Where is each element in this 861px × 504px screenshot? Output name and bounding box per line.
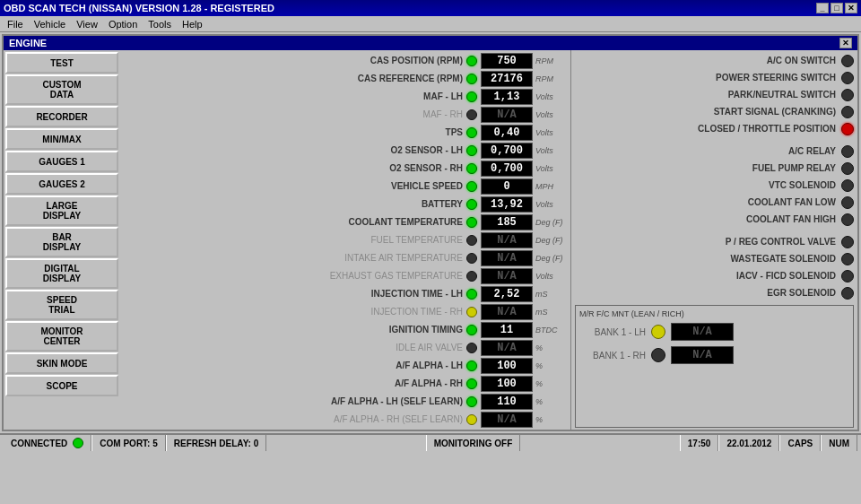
title-bar: OBD SCAN TECH (NISSAN) VERSION 1.28 - RE… [0, 0, 861, 16]
right-data-label: A/C ON SWITCH [575, 56, 841, 65]
sidebar-btn-test[interactable]: TEST [5, 52, 118, 74]
data-label: COOLANT TEMPERATURE [124, 217, 466, 227]
data-value: 0,700 [481, 143, 533, 159]
maximize-btn[interactable]: □ [831, 3, 843, 13]
engine-close-btn[interactable]: ✕ [839, 38, 852, 48]
status-num: NUM [821, 435, 857, 451]
menu-view[interactable]: View [71, 18, 103, 30]
data-value: 0,700 [481, 161, 533, 177]
sidebar-btn-scope[interactable]: SCOPE [5, 375, 118, 396]
status-caps: CAPS [779, 435, 821, 451]
data-label: EXHAUST GAS TEMPERATURE [124, 271, 466, 281]
right-data-row: COOLANT FAN HIGH [575, 211, 854, 228]
data-unit: Volts [533, 164, 567, 173]
data-label: INJECTION TIME - RH [124, 307, 466, 317]
mrf-bank1-rh-row: BANK 1 - RH N/A [579, 345, 849, 365]
data-unit: Volts [533, 110, 567, 119]
menu-tools[interactable]: Tools [143, 18, 177, 30]
data-label: O2 SENSOR - RH [124, 163, 466, 173]
data-value: N/A [481, 412, 533, 428]
menu-vehicle[interactable]: Vehicle [29, 18, 71, 30]
data-row: A/F ALPHA - RH (SELF LEARN)N/A% [124, 411, 567, 428]
data-value: 100 [481, 358, 533, 374]
right-data-indicator [841, 145, 854, 158]
data-unit: % [533, 343, 567, 352]
mrf-bank1-lh-indicator [651, 325, 665, 339]
data-indicator [466, 253, 477, 264]
engine-title: ENGINE [9, 38, 47, 48]
right-data-indicator [841, 287, 854, 300]
data-value: N/A [481, 232, 533, 248]
right-data-row: IACV - FICD SOLENOID [575, 267, 854, 284]
data-row: A/F ALPHA - LH (SELF LEARN)110% [124, 393, 567, 410]
status-bar: CONNECTED COM PORT: 5 REFRESH DELAY: 0 M… [0, 433, 861, 451]
right-data-label: WASTEGATE SOLENOID [575, 254, 841, 264]
data-label: A/F ALPHA - RH [124, 378, 466, 388]
data-value: 100 [481, 376, 533, 392]
minimize-btn[interactable]: _ [816, 3, 829, 13]
right-data-indicator [841, 213, 854, 226]
right-data-row: PARK/NEUTRAL SWITCH [575, 86, 854, 103]
sidebar-btn-gauges1[interactable]: GAUGES 1 [5, 151, 118, 172]
menu-help[interactable]: Help [177, 18, 208, 30]
sidebar-btn-bar-display[interactable]: BAR DISPLAY [5, 227, 118, 257]
sidebar-btn-digital-display[interactable]: DIGITAL DISPLAY [5, 258, 118, 289]
sidebar-btn-monitor-center[interactable]: MONITOR CENTER [5, 321, 118, 352]
data-indicator [466, 199, 477, 210]
status-led [73, 438, 83, 448]
data-indicator [466, 361, 477, 371]
data-label: O2 SENSOR - LH [124, 145, 466, 155]
right-data-label: START SIGNAL (CRANKING) [575, 107, 841, 117]
data-unit: % [533, 379, 567, 388]
right-data-row: START SIGNAL (CRANKING) [575, 103, 854, 120]
data-label: CAS REFERENCE (RPM) [124, 74, 466, 83]
data-value: N/A [481, 250, 533, 266]
right-data-row: POWER STEERING SWITCH [575, 69, 854, 86]
menu-option[interactable]: Option [103, 18, 143, 30]
mrf-bank1-lh-value: N/A [671, 323, 734, 341]
sidebar-btn-custom-data[interactable]: CUSTOM DATA [5, 74, 118, 105]
data-unit: % [533, 415, 567, 424]
engine-panel: ENGINE ✕ TESTCUSTOM DATARECORDERMIN/MAXG… [2, 34, 859, 431]
sidebar-btn-gauges2[interactable]: GAUGES 2 [5, 173, 118, 195]
data-value: 27176 [481, 71, 533, 87]
data-indicator [466, 109, 477, 120]
data-unit: Deg (F) [533, 254, 567, 263]
sidebar-btn-large-display[interactable]: LARGE DISPLAY [5, 196, 118, 226]
data-row: A/F ALPHA - LH100% [124, 357, 567, 374]
right-data-label: FUEL PUMP RELAY [575, 163, 841, 173]
data-label: A/F ALPHA - LH [124, 361, 466, 370]
right-data-label: COOLANT FAN LOW [575, 197, 841, 207]
right-data-label: COOLANT FAN HIGH [575, 214, 841, 224]
data-value: 750 [481, 53, 533, 69]
right-data-indicator [841, 106, 854, 118]
sidebar-btn-skin-mode[interactable]: SKIN MODE [5, 352, 118, 374]
data-unit: RPM [533, 56, 567, 65]
mrf-title: M/R F/C MNT (LEAN / RICH) [579, 309, 849, 318]
data-row: O2 SENSOR - RH0,700Volts [124, 160, 567, 177]
data-value: 1,13 [481, 89, 533, 105]
data-indicator [466, 289, 477, 300]
right-data-label: POWER STEERING SWITCH [575, 73, 841, 83]
data-unit: MPH [533, 182, 567, 191]
right-data-row: A/C ON SWITCH [575, 52, 854, 69]
right-data-panel: A/C ON SWITCHPOWER STEERING SWITCHPARK/N… [570, 50, 857, 430]
data-unit: % [533, 397, 567, 406]
right-data-label: EGR SOLENOID [575, 288, 841, 298]
data-value: N/A [481, 107, 533, 123]
right-data-row: WASTEGATE SOLENOID [575, 250, 854, 267]
sidebar-btn-speed-trial[interactable]: SPEED TRIAL [5, 290, 118, 320]
sidebar-btn-recorder[interactable]: RECORDER [5, 106, 118, 127]
window-controls[interactable]: _ □ ✕ [816, 3, 857, 13]
right-data-indicator [841, 89, 854, 101]
right-data-indicator [841, 196, 854, 209]
mrf-bank1-lh-row: BANK 1 - LH N/A [579, 322, 849, 342]
right-data-indicator [841, 72, 854, 84]
data-row: BATTERY13,92Volts [124, 196, 567, 213]
right-data-row: A/C RELAY [575, 143, 854, 160]
sidebar-btn-min-max[interactable]: MIN/MAX [5, 128, 118, 150]
menu-file[interactable]: File [2, 18, 29, 30]
right-data-label: VTC SOLENOID [575, 180, 841, 190]
close-window-btn[interactable]: ✕ [845, 3, 857, 13]
right-data-label: A/C RELAY [575, 146, 841, 156]
